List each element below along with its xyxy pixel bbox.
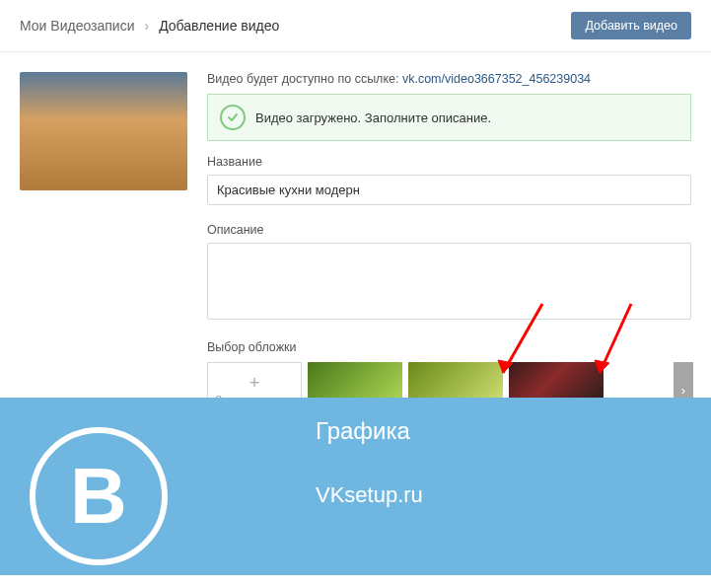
loop-label: Зацикливать воспроизведение видеозаписи [230,478,483,491]
video-url-link[interactable]: vk.com/video3667352_456239034 [402,72,591,86]
cover-thumb-2[interactable] [408,362,503,417]
check-icon [220,105,246,130]
cover-thumb-1[interactable] [308,362,402,417]
video-thumbnail [20,72,187,190]
chevron-right-icon: › [144,18,149,34]
publish-row: Опубликовать на моей странице [207,499,691,514]
add-video-button[interactable]: Добавить видео [571,12,691,39]
success-text: Видео загружено. Заполните описание. [255,110,491,125]
breadcrumb-current: Добавление видео [159,18,279,34]
chevron-right-icon: › [681,383,685,398]
cover-label: Выбор обложки [207,340,691,354]
description-label: Описание [207,223,691,237]
publish-label: Опубликовать на моей странице [230,500,416,514]
title-label: Название [207,155,691,169]
loop-row: Зацикливать воспроизведение видеозаписи [207,477,691,491]
privacy-view-row: Кто может смотреть это видео? Все пользо… [207,433,691,447]
cover-next-button[interactable]: › [674,362,693,417]
cover-thumb-3[interactable] [509,362,604,417]
description-textarea[interactable] [207,243,691,320]
plus-icon: + [249,374,260,392]
breadcrumb: Мои Видеозаписи › Добавление видео [20,18,279,34]
video-link-line: Видео будет доступно по ссылке: vk.com/v… [207,72,691,86]
upload-own-label: Загрузить свою [216,394,294,405]
done-button[interactable]: Готово [207,528,281,555]
video-link-prefix: Видео будет доступно по ссылке: [207,72,402,86]
privacy-view-link[interactable]: Все пользователи [391,433,494,447]
page-header: Мои Видеозаписи › Добавление видео Добав… [0,0,711,52]
loop-checkbox[interactable] [207,477,222,491]
title-input[interactable] [207,175,691,205]
publish-checkbox[interactable] [207,499,222,514]
privacy-comment-row: Кто может комментировать это видео? Все … [207,455,691,469]
cover-row: + Загрузить свою › [207,362,691,417]
breadcrumb-root[interactable]: Мои Видеозаписи [20,18,134,34]
privacy-comment-link[interactable]: Все пользователи [433,455,535,469]
privacy-comment-question: Кто может комментировать это видео? [207,455,433,469]
privacy-view-question: Кто может смотреть это видео? [207,433,391,447]
upload-own-cover[interactable]: + Загрузить свою [207,362,302,417]
upload-success-banner: Видео загружено. Заполните описание. [207,94,691,141]
